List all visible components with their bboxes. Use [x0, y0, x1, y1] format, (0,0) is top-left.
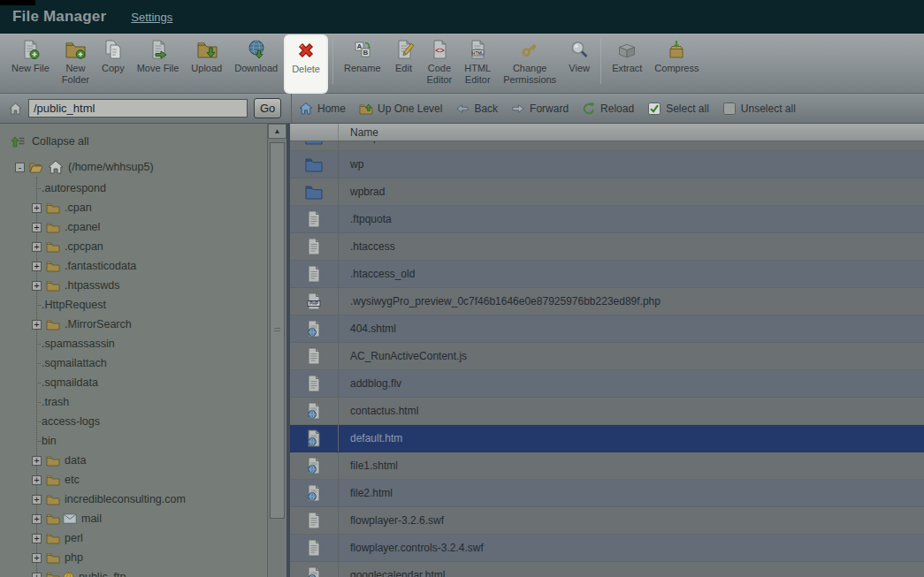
sidebar-item-spamassassin[interactable]: .spamassassin — [0, 334, 267, 353]
copy-button[interactable]: Copy — [95, 35, 131, 93]
file-row-ac-runactivecontent-js[interactable]: AC_RunActiveContent.js — [290, 343, 924, 370]
tree-expander[interactable]: + — [32, 514, 42, 524]
tree-root-home[interactable]: - (/home/whhsup5) — [0, 156, 267, 178]
tree-expander[interactable]: + — [32, 223, 42, 232]
text-file-icon — [304, 512, 324, 529]
sidebar-item-perl[interactable]: +perl — [0, 528, 267, 548]
sidebar-item-php[interactable]: +php — [0, 548, 267, 567]
sidebar-item-access-logs[interactable]: access-logs — [0, 412, 267, 431]
folder-icon — [46, 494, 60, 505]
sidebar-item-httprequest[interactable]: .HttpRequest — [0, 295, 267, 315]
sidebar-item-data[interactable]: +data — [0, 451, 267, 470]
nav-unselect-all-button[interactable]: Unselect all — [722, 102, 796, 116]
file-row-404-shtml[interactable]: 404.shtml — [290, 315, 924, 343]
rename-button[interactable]: ABRename — [338, 35, 387, 93]
sidebar-item-cpcpan[interactable]: +.cpcpan — [0, 237, 267, 256]
tree-expander[interactable]: + — [32, 495, 42, 505]
download-button[interactable]: Download — [228, 35, 284, 93]
tree-expander[interactable]: + — [32, 203, 42, 213]
file-list-header[interactable]: Name — [290, 124, 924, 141]
new-folder-button[interactable]: New Folder — [56, 35, 95, 93]
file-row-wordpress2[interactable]: wordpress2 — [290, 141, 924, 151]
html-editor-button[interactable]: HTMLHTML Editor — [458, 35, 497, 93]
file-row-googlecalendar-html[interactable]: googlecalendar.html — [290, 562, 924, 577]
tree-expander[interactable]: + — [32, 456, 42, 466]
tree-expander[interactable]: + — [32, 320, 42, 330]
scroll-up-button[interactable]: ▲ — [268, 124, 286, 139]
sidebar-item-sqmailattach[interactable]: .sqmailattach — [0, 353, 267, 373]
tree-expander[interactable]: + — [32, 534, 42, 543]
file-name: default.htm — [339, 432, 402, 444]
tree-expander[interactable]: + — [32, 553, 42, 563]
sidebar-item-htpasswds[interactable]: +.htpasswds — [0, 276, 267, 295]
content: Collapse all - (/home/whhsup5) .autoresp… — [0, 124, 924, 577]
delete-button[interactable]: Delete — [286, 36, 326, 92]
sidebar-item-label: .HttpRequest — [42, 299, 106, 311]
svg-text:<>: <> — [435, 46, 445, 55]
file-row-addblog-flv[interactable]: addblog.flv — [290, 370, 924, 398]
settings-link[interactable]: Settings — [131, 11, 172, 24]
forward-arrow-icon — [511, 102, 525, 116]
file-row-wysiwygpro-preview-0c7f46b1646e0e87925976bb223ed89f-php[interactable]: PHP.wysiwygPro_preview_0c7f46b1646e0e879… — [290, 288, 924, 315]
nav-up-one-level-button[interactable]: Up One Level — [359, 102, 442, 116]
extract-button[interactable]: Extract — [606, 35, 648, 93]
sidebar-item-mail[interactable]: +mail — [0, 509, 267, 528]
file-rows: wordpress2wpwpbrad.ftpquota.htaccess.hta… — [290, 141, 924, 577]
file-row-htaccess-old[interactable]: .htaccess_old — [290, 261, 924, 288]
change-permissions-button[interactable]: Change Permissions — [497, 35, 562, 93]
sidebar-scrollbar[interactable]: ▲ — [267, 124, 286, 577]
sidebar-item-incredibleconsulting-com[interactable]: +incredibleconsulting.com — [0, 490, 267, 509]
rename-icon: AB — [352, 39, 373, 60]
upload-button[interactable]: Upload — [185, 35, 228, 93]
file-row-flowplayer-controls-3-2-4-swf[interactable]: flowplayer.controls-3.2.4.swf — [290, 535, 924, 562]
file-row-wpbrad[interactable]: wpbrad — [290, 178, 924, 206]
move-file-button[interactable]: Move File — [131, 35, 186, 93]
view-button[interactable]: View — [562, 35, 596, 93]
new-file-button[interactable]: New File — [5, 35, 56, 93]
sidebar-item-cpanel[interactable]: +.cpanel — [0, 217, 267, 237]
nav-home-button[interactable]: Home — [299, 102, 346, 116]
name-column-header[interactable]: Name — [339, 126, 378, 139]
tree-expander[interactable]: + — [32, 281, 42, 291]
nav-reload-button[interactable]: Reload — [582, 102, 634, 116]
tree-expander[interactable]: + — [32, 573, 42, 577]
path-input[interactable] — [28, 99, 248, 118]
nav-forward-button[interactable]: Forward — [511, 102, 569, 116]
folder-icon — [46, 241, 60, 253]
file-row-wp[interactable]: wp — [290, 151, 924, 178]
edit-button[interactable]: Edit — [387, 35, 421, 93]
file-list: Name wordpress2wpwpbrad.ftpquota.htacces… — [290, 124, 924, 577]
sidebar-item-fantasticodata[interactable]: +.fantasticodata — [0, 256, 267, 276]
sidebar-item-public-ftp[interactable]: +public_ftp — [0, 567, 267, 577]
tree-expander[interactable]: + — [32, 475, 42, 485]
sidebar-item-autorespond[interactable]: .autorespond — [0, 178, 267, 198]
file-row-file2-html[interactable]: file2.html — [290, 480, 924, 507]
file-row-default-htm[interactable]: default.htm — [290, 425, 924, 452]
tree-expander[interactable]: + — [32, 242, 42, 252]
midbar: Go HomeUp One LevelBackForwardReloadSele… — [0, 94, 924, 124]
file-row-contactus-html[interactable]: contactus.html — [290, 398, 924, 425]
public-ftp-icon — [63, 572, 74, 577]
file-row-flowplayer-3-2-6-swf[interactable]: flowplayer-3.2.6.swf — [290, 507, 924, 535]
code-editor-button[interactable]: <>Code Editor — [421, 35, 459, 93]
sidebar-item-cpan[interactable]: +.cpan — [0, 198, 267, 217]
collapse-all-button[interactable]: Collapse all — [0, 133, 267, 156]
go-button[interactable]: Go — [254, 98, 281, 118]
toolbar-separator — [332, 39, 333, 84]
sidebar-item-bin[interactable]: bin — [0, 431, 267, 451]
tree-expander[interactable]: + — [32, 262, 42, 271]
file-row-ftpquota[interactable]: .ftpquota — [290, 206, 924, 233]
scrollbar-thumb[interactable] — [270, 142, 285, 519]
sidebar-item-mirrorsearch[interactable]: +.MirrorSearch — [0, 315, 267, 334]
edit-icon — [393, 39, 415, 60]
sidebar-item-sqmaildata[interactable]: .sqmaildata — [0, 373, 267, 392]
compress-button[interactable]: Compress — [648, 35, 705, 93]
page-title: File Manager — [12, 8, 106, 26]
sidebar-item-etc[interactable]: +etc — [0, 470, 267, 490]
nav-select-all-button[interactable]: Select all — [647, 102, 709, 116]
file-row-file1-shtml[interactable]: file1.shtml — [290, 452, 924, 480]
sidebar-item-trash[interactable]: .trash — [0, 392, 267, 412]
file-row-htaccess[interactable]: .htaccess — [290, 233, 924, 261]
tree-expander[interactable]: - — [15, 163, 25, 172]
nav-back-button[interactable]: Back — [455, 102, 498, 116]
